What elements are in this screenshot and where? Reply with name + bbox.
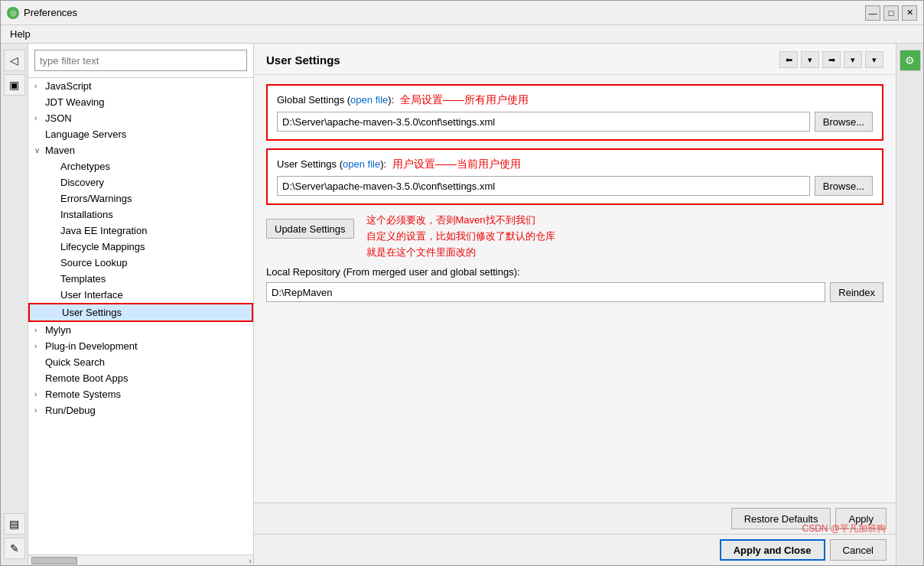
user-settings-input[interactable] (277, 176, 810, 196)
update-settings-button[interactable]: Update Settings (266, 219, 354, 239)
sidebar-item-source-lookup[interactable]: Source Lookup (28, 255, 253, 271)
update-section: Update Settings 这个必须要改，否则Maven找不到我们 自定义的… (266, 213, 883, 260)
panel-body: Global Settings (open file): 全局设置——所有用户使… (254, 75, 896, 503)
watermark: CSDN @平凡加班狗 (802, 522, 886, 535)
sidebar-item-quick-search[interactable]: Quick Search (28, 354, 253, 370)
sidebar-item-label: Lifecycle Mappings (60, 241, 247, 252)
sidebar-hscroll[interactable]: › (28, 555, 253, 565)
local-repository-section: Local Repository (From merged user and g… (266, 266, 883, 302)
sidebar-item-user-settings[interactable]: User Settings (28, 303, 253, 322)
right-panel: User Settings ⬅ ▾ ➡ ▾ ▾ Global Settings … (254, 44, 896, 565)
sidebar-item-run-debug[interactable]: › Run/Debug (28, 402, 253, 418)
sidebar-item-lifecycle-mappings[interactable]: Lifecycle Mappings (28, 239, 253, 255)
sidebar-item-label: Archetypes (60, 161, 247, 172)
expand-arrow: › (34, 390, 45, 398)
sidebar-item-label: Source Lookup (60, 257, 247, 268)
sidebar-item-label: Java EE Integration (60, 225, 247, 236)
maximize-button[interactable]: □ (883, 5, 899, 21)
window-title: Preferences (24, 7, 865, 18)
sidebar-item-jdt-weaving[interactable]: JDT Weaving (28, 94, 253, 110)
sidebar-item-label: Language Servers (45, 128, 247, 140)
menu-nav-button[interactable]: ▾ (865, 51, 883, 68)
hscroll-thumb[interactable] (31, 557, 77, 564)
cancel-button[interactable]: Cancel (830, 539, 887, 561)
sidebar-item-java-ee-integration[interactable]: Java EE Integration (28, 223, 253, 239)
sidebar-item-javascript[interactable]: › JavaScript (28, 78, 253, 94)
forward-nav-button[interactable]: ➡ (822, 51, 841, 68)
sidebar-item-label: User Settings (62, 307, 246, 318)
sidebar-item-label: Plug-in Development (45, 340, 247, 352)
sidebar-item-mylyn[interactable]: › Mylyn (28, 322, 253, 338)
close-button[interactable]: ✕ (902, 5, 917, 21)
expand-arrow: ∨ (34, 146, 45, 155)
sidebar-item-label: Remote Systems (45, 389, 247, 400)
sidebar-item-user-interface[interactable]: User Interface (28, 287, 253, 303)
back-icon[interactable]: ◁ (4, 50, 25, 71)
sidebar-item-label: Quick Search (45, 356, 247, 368)
user-settings-label: User Settings (open file): 用户设置——当前用户使用 (277, 158, 873, 171)
sidebar-item-label: Maven (45, 145, 247, 156)
panel-title: User Settings (266, 54, 340, 67)
sidebar-item-remote-boot-apps[interactable]: Remote Boot Apps (28, 370, 253, 386)
sidebar-item-json[interactable]: › JSON (28, 110, 253, 126)
app-icon: ◎ (7, 7, 19, 19)
global-browse-button[interactable]: Browse... (815, 112, 873, 132)
back-nav-dropdown[interactable]: ▾ (801, 51, 819, 68)
menu-help[interactable]: Help (4, 27, 37, 41)
monitor-icon[interactable]: ▣ (4, 74, 25, 96)
back-nav-button[interactable]: ⬅ (779, 51, 798, 68)
sidebar-item-label: Remote Boot Apps (45, 372, 247, 384)
expand-arrow: › (34, 406, 45, 415)
user-open-file-link[interactable]: open file (343, 158, 380, 170)
sidebar-item-label: User Interface (60, 289, 247, 301)
apply-close-bar: Apply and Close Cancel (254, 534, 896, 565)
user-annotation: 用户设置——当前用户使用 (392, 158, 521, 170)
global-label-suffix: ): (388, 94, 397, 106)
left-icon-panel: ◁ ▣ ▤ ✎ (1, 44, 28, 565)
global-label-text: Global Settings ( (277, 94, 350, 106)
sidebar-item-templates[interactable]: Templates (28, 271, 253, 287)
sidebar-item-maven[interactable]: ∨ Maven (28, 142, 253, 158)
sidebar-item-remote-systems[interactable]: › Remote Systems (28, 386, 253, 402)
user-settings-section: User Settings (open file): 用户设置——当前用户使用 … (266, 148, 883, 205)
global-annotation: 全局设置——所有用户使用 (400, 93, 529, 106)
user-browse-button[interactable]: Browse... (815, 176, 873, 196)
preferences-window: ◎ Preferences — □ ✕ Help ◁ ▣ ▤ ✎ (0, 0, 924, 566)
global-settings-input-row: Browse... (277, 112, 873, 132)
user-label-suffix: ): (380, 158, 389, 170)
menu-bar: Help (1, 25, 923, 44)
global-settings-input[interactable] (277, 112, 810, 132)
forward-nav-dropdown[interactable]: ▾ (844, 51, 862, 68)
panel-header: User Settings ⬅ ▾ ➡ ▾ ▾ (254, 44, 896, 75)
local-repo-input[interactable] (266, 282, 825, 302)
expand-arrow: › (34, 114, 45, 122)
bottom-bar: Restore Defaults Apply (254, 503, 896, 534)
sidebar-item-installations[interactable]: Installations (28, 207, 253, 223)
global-settings-label: Global Settings (open file): 全局设置——所有用户使… (277, 93, 873, 107)
global-open-file-link[interactable]: open file (350, 94, 388, 106)
sidebar-item-label: JavaScript (45, 80, 247, 92)
sidebar-item-errors-warnings[interactable]: Errors/Warnings (28, 190, 253, 207)
apply-and-close-button[interactable]: Apply and Close (720, 539, 825, 561)
sidebar-item-label: JSON (45, 112, 247, 124)
reindex-button[interactable]: Reindex (830, 282, 883, 302)
minimize-button[interactable]: — (865, 5, 880, 21)
bottom-icon-1[interactable]: ▤ (4, 513, 25, 535)
sidebar: › JavaScript JDT Weaving › JSON Language… (28, 44, 254, 565)
user-settings-input-row: Browse... (277, 176, 873, 196)
sidebar-item-label: Templates (60, 273, 247, 285)
sidebar-item-label: Mylyn (45, 324, 247, 336)
sidebar-item-archetypes[interactable]: Archetypes (28, 158, 253, 174)
panel-navigation: ⬅ ▾ ➡ ▾ ▾ (779, 51, 883, 68)
sidebar-item-language-servers[interactable]: Language Servers (28, 126, 253, 142)
local-repo-label: Local Repository (From merged user and g… (266, 266, 883, 278)
search-input[interactable] (34, 50, 247, 71)
titlebar: ◎ Preferences — □ ✕ (1, 1, 923, 25)
right-icon-1[interactable]: ⚙ (900, 50, 921, 71)
sidebar-item-plug-in-development[interactable]: › Plug-in Development (28, 338, 253, 354)
sidebar-item-label: Run/Debug (45, 405, 247, 416)
bottom-icon-2[interactable]: ✎ (4, 538, 25, 559)
global-settings-section: Global Settings (open file): 全局设置——所有用户使… (266, 84, 883, 141)
user-label-text: User Settings ( (277, 158, 343, 170)
sidebar-item-discovery[interactable]: Discovery (28, 174, 253, 190)
